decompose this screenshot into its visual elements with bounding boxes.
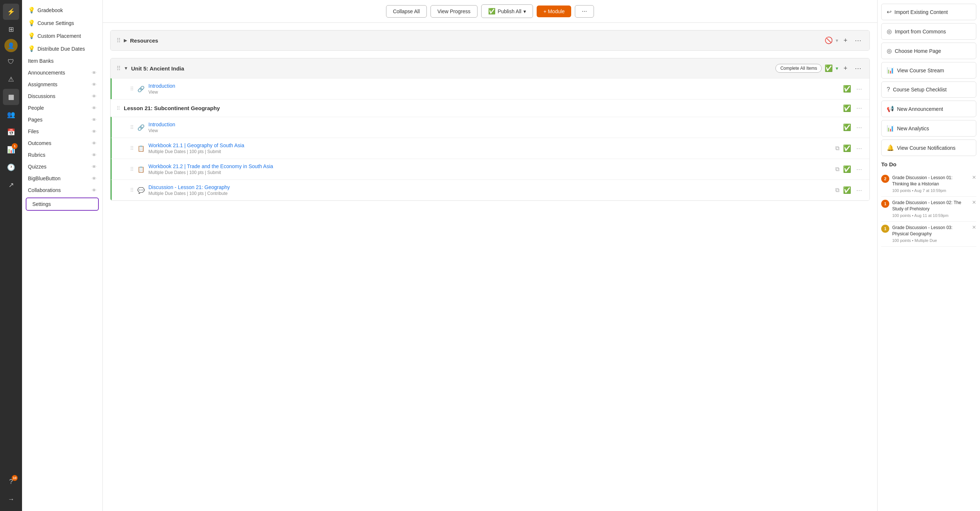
module-unit5-drag-handle[interactable]: ⠿	[116, 65, 121, 72]
item-title[interactable]: Discussion - Lesson 21: Geography	[148, 184, 832, 190]
alert-icon[interactable]: ⚠	[3, 71, 19, 87]
complete-all-items-button[interactable]: Complete All Items	[775, 64, 822, 73]
todo-item-meta-2: 100 points • Aug 11 at 10:59pm	[892, 213, 969, 218]
settings-item[interactable]: Settings	[26, 197, 99, 211]
module-unit5-toggle-icon[interactable]: ▼	[124, 66, 128, 71]
item-drag-handle[interactable]: ⠿	[130, 145, 134, 151]
todo-item-title-3[interactable]: Grade Discussion - Lesson 03: Physical G…	[892, 225, 969, 237]
item-status-icon: ✅	[843, 186, 851, 194]
module-item-lesson21: ⠿ Lesson 21: Subcontinent Geography ✅ ⋯	[111, 99, 869, 117]
todo-badge-1: 2	[881, 175, 889, 183]
todo-close-button-3[interactable]: ✕	[972, 225, 976, 230]
item-title[interactable]: Workbook 21.1 | Geography of South Asia	[148, 143, 832, 148]
module-unit5-add-button[interactable]: +	[841, 64, 850, 73]
item-content: Workbook 21.1 | Geography of South Asia …	[148, 143, 832, 154]
item-dots-button[interactable]: ⋯	[855, 186, 864, 195]
people-eye-icon: 👁	[92, 105, 97, 111]
grid-icon[interactable]: ⊞	[3, 21, 19, 37]
nav-item-collaborations[interactable]: Collaborations 👁	[22, 184, 102, 196]
item-title[interactable]: Introduction	[148, 83, 839, 89]
item-dots-button[interactable]: ⋯	[855, 123, 864, 132]
lesson-dots-button[interactable]: ⋯	[855, 104, 864, 112]
nav-item-files[interactable]: Files 👁	[22, 125, 102, 137]
item-content: Lesson 21: Subcontinent Geography	[124, 105, 839, 111]
item-title[interactable]: Introduction	[148, 122, 839, 127]
item-dots-button[interactable]: ⋯	[855, 144, 864, 153]
nav-item-quizzes[interactable]: Quizzes 👁	[22, 161, 102, 173]
calendar-icon[interactable]: 📅	[3, 124, 19, 140]
view-course-stream-button[interactable]: 📊 View Course Stream	[881, 62, 976, 79]
module-dots-button[interactable]: ⋯	[853, 36, 864, 45]
nav-item-assignments[interactable]: Assignments 👁	[22, 79, 102, 90]
item-status-icon: ✅	[843, 123, 851, 132]
view-progress-button[interactable]: View Progress	[431, 5, 477, 17]
item-drag-handle[interactable]: ⠿	[130, 166, 134, 172]
nav-item-announcements[interactable]: Announcements 👁	[22, 67, 102, 79]
right-sidebar: ↩ Import Existing Content ◎ Import from …	[877, 0, 980, 511]
copy-icon[interactable]: ⧉	[835, 145, 839, 152]
nav-item-pages[interactable]: Pages 👁	[22, 114, 102, 125]
todo-badge-2: 1	[881, 200, 889, 208]
shield-icon[interactable]: 🛡	[3, 54, 19, 70]
publish-all-button[interactable]: ✅ Publish All ▾	[481, 5, 533, 18]
module-toggle-icon[interactable]: ▶	[124, 38, 127, 43]
nav-item-course-settings[interactable]: 💡 Course Settings	[22, 16, 102, 29]
module-unpublish-icon[interactable]: 🚫	[825, 36, 833, 44]
people-icon[interactable]: 👥	[3, 106, 19, 122]
module-unit5-status-dropdown[interactable]: ▾	[836, 65, 838, 71]
nav-item-gradebook[interactable]: 💡 Gradebook	[22, 4, 102, 16]
item-drag-handle[interactable]: ⠿	[116, 105, 120, 111]
course-setup-checklist-button[interactable]: ? Course Setup Checklist	[881, 81, 976, 98]
link-icon: 🔗	[137, 124, 145, 131]
item-drag-handle[interactable]: ⠿	[130, 124, 134, 130]
todo-close-button-1[interactable]: ✕	[972, 175, 976, 180]
import-existing-content-button[interactable]: ↩ Import Existing Content	[881, 4, 976, 20]
new-analytics-button[interactable]: 📊 New Analytics	[881, 120, 976, 136]
toolbar-more-button[interactable]: ⋯	[575, 5, 594, 17]
todo-item-1: 2 Grade Discussion - Lesson 01: Thinking…	[881, 172, 976, 197]
add-module-button[interactable]: + Module	[537, 5, 571, 17]
nav-item-custom-placement[interactable]: 💡 Custom Placement	[22, 29, 102, 42]
avatar-icon[interactable]: 👤	[5, 39, 18, 52]
copy-icon[interactable]: ⧉	[835, 166, 839, 173]
item-dots-button[interactable]: ⋯	[855, 165, 864, 174]
module-title: Resources	[130, 37, 822, 44]
nav-item-outcomes[interactable]: Outcomes 👁	[22, 137, 102, 149]
nav-item-discussions[interactable]: Discussions 👁	[22, 90, 102, 102]
choose-home-page-button[interactable]: ◎ Choose Home Page	[881, 43, 976, 59]
module-unit5-dots-button[interactable]: ⋯	[853, 63, 864, 73]
nav-item-distribute-due-dates[interactable]: 💡 Distribute Due Dates	[22, 42, 102, 55]
discussion-icon: 💬	[137, 187, 145, 194]
todo-content-2: Grade Discussion - Lesson 02: The Study …	[892, 200, 969, 218]
todo-item-title-1[interactable]: Grade Discussion - Lesson 01: Thinking l…	[892, 175, 969, 187]
view-course-notifications-button[interactable]: 🔔 View Course Notifications	[881, 140, 976, 156]
nav-item-item-banks[interactable]: Item Banks	[22, 55, 102, 67]
module-drag-handle[interactable]: ⠿	[116, 37, 121, 44]
item-title[interactable]: Workbook 21.2 | Trade and the Economy in…	[148, 163, 832, 169]
module-add-button[interactable]: +	[841, 36, 850, 45]
module-resources-header: ⠿ ▶ Resources 🚫 ▾ + ⋯	[111, 30, 869, 50]
clock-icon[interactable]: 🕐	[3, 159, 19, 176]
copy-icon[interactable]: ⧉	[835, 187, 839, 194]
todo-close-button-2[interactable]: ✕	[972, 200, 976, 205]
nav-item-rubrics[interactable]: Rubrics 👁	[22, 149, 102, 161]
nav-item-bigbluebutton[interactable]: BigBlueButton 👁	[22, 173, 102, 184]
collapse-sidebar-icon[interactable]: →	[3, 491, 19, 507]
share-icon[interactable]: ↗	[3, 177, 19, 193]
item-drag-handle[interactable]: ⠿	[130, 86, 134, 92]
lightning-icon[interactable]: ⚡	[3, 4, 19, 20]
todo-item-title-2[interactable]: Grade Discussion - Lesson 02: The Study …	[892, 200, 969, 212]
item-dots-button[interactable]: ⋯	[855, 85, 864, 93]
reports-icon[interactable]: 📊 1	[3, 142, 19, 158]
new-announcement-button[interactable]: 📢 New Announcement	[881, 101, 976, 117]
help-icon[interactable]: ? 10	[3, 474, 19, 490]
nav-item-people[interactable]: People 👁	[22, 102, 102, 114]
item-drag-handle[interactable]: ⠿	[130, 187, 134, 193]
quiz-icon: 📋	[137, 166, 145, 173]
import-from-commons-button[interactable]: ◎ Import from Commons	[881, 23, 976, 40]
lesson-header-title[interactable]: Lesson 21: Subcontinent Geography	[124, 105, 839, 111]
module-unpublish-dropdown[interactable]: ▾	[836, 37, 838, 43]
item-status-icon: ✅	[843, 165, 851, 173]
modules-icon[interactable]: ▦	[3, 89, 19, 105]
collapse-all-button[interactable]: Collapse All	[386, 5, 427, 17]
